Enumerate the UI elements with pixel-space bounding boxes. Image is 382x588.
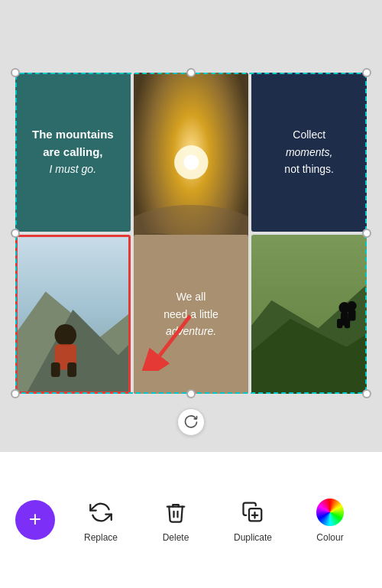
colour-icon-wrap (315, 497, 345, 528)
handle-bottom-left[interactable] (11, 389, 20, 398)
collage-cell-6[interactable] (251, 235, 367, 394)
handle-bottom-right[interactable] (362, 389, 371, 398)
collage-cell-3[interactable]: Collectmoments,not things. (251, 73, 367, 232)
delete-label: Delete (163, 532, 189, 543)
handle-mid-right[interactable] (362, 229, 371, 238)
svg-rect-22 (337, 319, 342, 328)
replace-icon-wrap (86, 497, 116, 528)
duplicate-label: Duplicate (234, 532, 272, 543)
cell-1-italic: I must go. (50, 163, 96, 175)
cell-1-text: The mountainsare calling, (32, 128, 114, 158)
photo-ridge-svg (251, 235, 367, 394)
collage-cell-1[interactable]: The mountainsare calling, I must go. (15, 73, 131, 232)
delete-button[interactable]: Delete (160, 497, 191, 543)
duplicate-icon (241, 501, 264, 524)
svg-point-24 (348, 301, 357, 310)
collage-cell-4[interactable] (15, 235, 131, 394)
handle-bottom-center[interactable] (186, 389, 196, 398)
canvas-area: The mountainsare calling, I must go. (0, 0, 382, 451)
replace-button[interactable]: Replace (84, 497, 118, 543)
rotate-button[interactable] (177, 408, 205, 436)
colour-button[interactable]: Colour (315, 497, 345, 543)
toolbar-actions: Replace Delete (63, 497, 367, 543)
replace-icon (89, 501, 112, 524)
handle-mid-left[interactable] (11, 229, 20, 238)
cell-5-text: We allneed a littleadventure. (163, 291, 219, 337)
svg-point-13 (55, 324, 77, 346)
collage-cell-5[interactable]: We allneed a littleadventure. (134, 235, 249, 394)
replace-label: Replace (84, 532, 118, 543)
duplicate-button[interactable]: Duplicate (234, 497, 272, 543)
svg-rect-15 (51, 362, 60, 377)
collage-grid: The mountainsare calling, I must go. (15, 73, 367, 394)
photo-person-svg (18, 237, 128, 391)
collage-wrapper: The mountainsare calling, I must go. (15, 73, 367, 394)
duplicate-icon-wrap (238, 497, 268, 528)
rotate-icon (183, 414, 199, 430)
cell-3-text: Collectmoments,not things. (284, 128, 334, 175)
svg-point-9 (183, 154, 199, 170)
svg-rect-16 (67, 362, 76, 377)
svg-rect-25 (348, 310, 356, 321)
add-button[interactable]: + (15, 500, 55, 540)
colour-label: Colour (316, 532, 343, 543)
handle-top-center[interactable] (186, 68, 196, 77)
delete-icon (164, 501, 187, 524)
delete-icon-wrap (160, 497, 191, 528)
colour-swatch (316, 499, 344, 526)
add-icon: + (29, 508, 41, 530)
handle-top-right[interactable] (362, 68, 371, 77)
handle-top-left[interactable] (11, 68, 20, 77)
bottom-toolbar: + Replace (0, 451, 382, 588)
